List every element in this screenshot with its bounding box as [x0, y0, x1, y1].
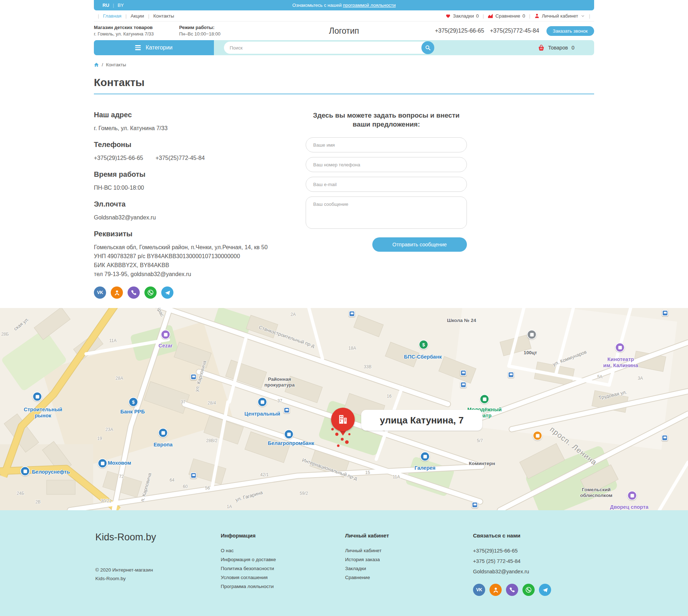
house-number: 19 [97, 436, 102, 441]
work-hours-value: Пн–Вс 10:00−18:00 [179, 31, 220, 37]
bus-stop-icon [472, 502, 478, 508]
header-phone-1[interactable]: +375(29)125-66-65 [435, 28, 484, 34]
poi-icon [33, 392, 42, 402]
footer-link[interactable]: О нас [221, 548, 345, 553]
footer-copyright: © 2020 Интернет-магазин Kids-Room.by [94, 566, 221, 583]
loyalty-program-link[interactable]: программой лояльности [343, 3, 396, 8]
contact-phone-2[interactable]: +375(25)772-45-84 [156, 155, 205, 161]
email-value[interactable]: Goldsnab32@yandex.ru [94, 213, 306, 222]
compare-link[interactable]: Сравнение 0 [488, 13, 525, 19]
footer-phone-1[interactable]: +375(29)125-66-65 [473, 548, 594, 554]
search-input[interactable] [224, 42, 434, 54]
feedback-form: Здесь вы можете задать вопросы и внести … [306, 111, 467, 299]
account-link[interactable]: Личный кабинет [534, 13, 585, 19]
nav-links: | Главная | Акции | Контакты [94, 13, 174, 19]
name-field[interactable] [306, 137, 467, 152]
promo-text: Ознакомьтесь с нашей [292, 3, 343, 8]
nav-link-home[interactable]: Главная [103, 13, 121, 19]
home-icon [94, 62, 99, 67]
poi-icon [615, 343, 625, 352]
footer-phone-2[interactable]: +375 (25) 772-45-84 [473, 558, 594, 564]
lang-by[interactable]: BY [118, 3, 124, 8]
poi-icon [420, 452, 430, 461]
compare-count: 0 [522, 13, 525, 19]
footer-link[interactable]: Информация о доставке [221, 557, 345, 562]
poi-icon [627, 491, 637, 501]
bookmarks-link[interactable]: Закладки 0 [445, 13, 479, 19]
footer-link[interactable]: Программа лояльности [221, 584, 345, 589]
house-number: 15 [365, 470, 370, 475]
hours-value: ПН-ВС 10:00-18:00 [94, 183, 306, 192]
order-call-button[interactable]: Заказать звонок [546, 26, 594, 36]
house-number: 28/4 [207, 401, 216, 406]
breadcrumb-home-link[interactable] [94, 62, 99, 67]
map-marker[interactable] [331, 408, 355, 431]
footer-link[interactable]: Условия соглашения [221, 575, 345, 580]
telegram-icon[interactable] [161, 286, 173, 299]
compare-chart-icon [488, 13, 493, 19]
nav-link-promos[interactable]: Акции [130, 13, 144, 19]
poi-icon: $ [419, 340, 429, 350]
requisites-block: Реквизиты Гомельская обл, Гомельский рай… [94, 230, 306, 279]
footer: Kids-Room.by © 2020 Интернет-магазин Kid… [0, 510, 688, 616]
poi-icon [284, 430, 294, 439]
message-field[interactable] [306, 196, 467, 229]
lang-ru[interactable]: RU [102, 3, 109, 8]
work-hours-label: Режим работы: [179, 25, 214, 30]
poi-glyph [630, 494, 634, 497]
send-message-button[interactable]: Отправить сообщение [372, 237, 467, 252]
search-icon [425, 45, 431, 51]
footer-link[interactable]: Закладки [345, 566, 473, 571]
whatsapp-icon[interactable] [144, 286, 157, 299]
telegram-icon[interactable] [539, 584, 551, 596]
footer-link[interactable]: Политика безопасности [221, 566, 345, 571]
location-map[interactable]: ская ул.КрасСтанкостроительный пр-дул. К… [0, 308, 688, 510]
viber-icon[interactable] [128, 286, 140, 299]
building-icon [337, 414, 349, 425]
store-address: г. Гомель, ул. Катунина 7/33 [94, 31, 154, 37]
site-logo[interactable]: Логотип [329, 26, 359, 36]
footer-social-icons: VK [473, 584, 594, 596]
contact-details: Наш адрес г. Гомель, ул. Катунина 7/33 Т… [94, 111, 306, 299]
poi-icon [258, 397, 267, 407]
poi-glyph [530, 333, 534, 336]
bookmarks-count: 0 [476, 13, 479, 19]
footer-link[interactable]: История заказа [345, 557, 473, 562]
nav-link-contacts[interactable]: Контакты [153, 13, 174, 19]
header-info-row: Магазин детских товаров г. Гомель, ул. К… [94, 22, 594, 40]
footer-account-title: Личный кабинет [345, 532, 473, 539]
ok-icon[interactable] [111, 286, 123, 299]
viber-icon[interactable] [506, 584, 518, 596]
poi-icon [98, 459, 108, 468]
house-number: 3А [638, 376, 643, 381]
footer-link[interactable]: Личный кабинет [345, 548, 473, 553]
footer-email[interactable]: Goldsnab32@yandex.ru [473, 569, 594, 574]
bus-stop-icon [508, 372, 514, 378]
place-label: Дворец спорта [610, 504, 648, 510]
header-phone-2[interactable]: +375(25)772-45-84 [490, 28, 539, 34]
person-icon [534, 13, 540, 19]
house-number: 2В [35, 499, 41, 504]
house-number: 5/7 [477, 438, 483, 443]
vk-icon[interactable]: VK [473, 584, 485, 596]
vk-icon[interactable]: VK [94, 286, 106, 299]
place-label: Центральный [244, 411, 280, 417]
whatsapp-icon[interactable] [522, 584, 535, 596]
poi-glyph [101, 461, 104, 465]
place-label: Кинотеатр им. Калинина [603, 356, 638, 369]
categories-button[interactable]: Категории [94, 40, 214, 55]
place-label: 100цт [524, 350, 537, 356]
form-heading: Здесь вы можете задать вопросы и внести … [309, 111, 463, 129]
footer-brand[interactable]: Kids-Room.by [94, 532, 221, 543]
search-button[interactable] [421, 41, 434, 54]
cart-widget[interactable]: Товаров 0 [538, 44, 574, 51]
requisites-title: Реквизиты [94, 230, 306, 238]
ok-icon[interactable] [489, 584, 502, 596]
place-label: Галерея [415, 465, 436, 471]
phone-field[interactable] [306, 157, 467, 172]
page-container: RU | BY Ознакомьтесь с нашей программой … [94, 0, 594, 299]
email-field[interactable] [306, 177, 467, 192]
lang-separator: | [113, 3, 114, 8]
contact-phone-1[interactable]: +375(29)125-66-65 [94, 155, 143, 161]
footer-link[interactable]: Сравнение [345, 575, 473, 580]
